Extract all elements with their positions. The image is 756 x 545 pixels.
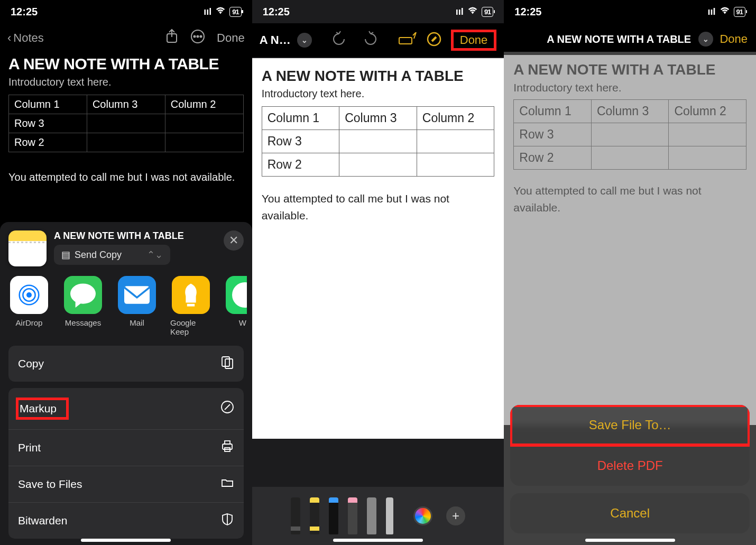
- app-label: Messages: [65, 318, 101, 327]
- nav-bar: A NEW NOTE WITH A TABLE ⌄ Done: [504, 23, 756, 55]
- share-apps-row[interactable]: AirDrop Messages Mail Google Keep: [5, 276, 247, 346]
- document-icon: ▤: [61, 249, 70, 261]
- signal-icon: ııl: [456, 6, 464, 17]
- table-row: Row 2: [262, 153, 494, 177]
- mail-icon: [118, 276, 156, 314]
- table-cell: Column 3: [87, 95, 165, 114]
- table-cell: [339, 130, 417, 153]
- home-indicator[interactable]: [333, 539, 423, 542]
- home-indicator[interactable]: [585, 539, 675, 542]
- more-icon[interactable]: [190, 29, 205, 47]
- action-label: Copy: [18, 357, 44, 370]
- markup-pen-icon[interactable]: [427, 32, 441, 49]
- table-cell: Column 1: [9, 95, 87, 114]
- action-label: Save to Files: [18, 478, 82, 491]
- redo-button[interactable]: [363, 31, 379, 50]
- battery-icon: 91: [482, 7, 493, 17]
- status-time: 12:25: [11, 6, 38, 18]
- back-button[interactable]: ‹ Notes: [7, 31, 44, 45]
- svg-rect-16: [225, 441, 230, 444]
- svg-rect-13: [225, 359, 233, 368]
- share-app-mail[interactable]: Mail: [116, 276, 158, 336]
- nav-bar: ‹ Notes Done: [0, 23, 252, 55]
- share-app-whatsapp[interactable]: Wh: [224, 276, 247, 336]
- close-icon: ✕: [229, 234, 238, 247]
- svg-point-4: [200, 36, 202, 38]
- chevron-down-icon[interactable]: ⌄: [297, 33, 312, 48]
- eraser-tool[interactable]: [348, 497, 357, 534]
- status-icons: ııl 91: [204, 6, 241, 18]
- share-app-keep[interactable]: Google Keep: [170, 276, 211, 336]
- cancel-label: Cancel: [610, 506, 650, 521]
- action-markup[interactable]: Markup: [8, 388, 244, 430]
- share-sheet: A NEW NOTE WITH A TABLE ▤ Send Copy ⌃⌄ ✕…: [0, 222, 252, 545]
- screen-2-markup: 12:25 ııl 91 A N… ⌄: [252, 0, 504, 545]
- table-row: Row 2: [9, 133, 244, 152]
- home-indicator[interactable]: [81, 539, 171, 542]
- done-button[interactable]: Done: [720, 32, 748, 46]
- svg-rect-12: [222, 357, 229, 366]
- action-label: Bitwarden: [18, 514, 67, 527]
- svg-rect-9: [124, 286, 150, 304]
- note-table: Column 1 Column 3 Column 2 Row 3 Row 2: [262, 106, 495, 177]
- airdrop-icon: [10, 276, 48, 314]
- add-button[interactable]: +: [446, 506, 465, 525]
- table-cell: Column 1: [262, 107, 339, 130]
- table-cell: Row 2: [262, 153, 339, 177]
- status-time: 12:25: [263, 6, 290, 18]
- note-title: A NEW NOTE WITH A TABLE: [262, 68, 495, 85]
- send-copy-selector[interactable]: ▤ Send Copy ⌃⌄: [54, 245, 170, 265]
- screen-1-share-sheet: 12:25 ııl 91 ‹ Notes Done A NEW NOTE WIT…: [0, 0, 252, 545]
- highlighter-tool[interactable]: [310, 497, 319, 534]
- lasso-tool[interactable]: [367, 497, 376, 534]
- action-bitwarden[interactable]: Bitwarden: [8, 503, 244, 539]
- markup-icon: [220, 400, 234, 417]
- color-picker[interactable]: [413, 506, 432, 525]
- pencil-tool[interactable]: [329, 497, 338, 534]
- share-actions-group-1: Copy: [8, 346, 244, 382]
- send-copy-label: Send Copy: [75, 250, 122, 261]
- status-bar: 12:25 ııl 91: [504, 0, 756, 23]
- markup-toolbar-icon[interactable]: [398, 32, 417, 48]
- save-file-to-button[interactable]: Save File To…: [510, 405, 750, 446]
- done-highlight: Done: [451, 30, 497, 51]
- done-button[interactable]: Done: [456, 31, 492, 49]
- undo-button[interactable]: [331, 31, 347, 50]
- action-copy[interactable]: Copy: [8, 346, 244, 382]
- table-cell: Column 3: [339, 107, 417, 130]
- save-file-label: Save File To…: [589, 418, 671, 432]
- plus-icon: +: [452, 509, 459, 523]
- done-button[interactable]: Done: [217, 31, 245, 45]
- table-row: Column 1 Column 3 Column 2: [262, 107, 494, 130]
- table-cell: Column 2: [165, 95, 243, 114]
- table-cell: [87, 114, 165, 133]
- pen-tool[interactable]: [291, 497, 300, 534]
- share-title: A NEW NOTE WITH A TABLE: [54, 230, 216, 242]
- cancel-button[interactable]: Cancel: [510, 493, 750, 533]
- back-label: Notes: [13, 31, 43, 45]
- chevron-down-icon[interactable]: ⌄: [698, 32, 713, 47]
- markup-nav: A N… ⌄ Done: [252, 23, 504, 57]
- table-row: Column 1 Column 3 Column 2: [9, 95, 244, 114]
- delete-pdf-button[interactable]: Delete PDF: [510, 446, 750, 486]
- table-cell: [417, 153, 494, 177]
- signal-icon: ııl: [708, 6, 716, 17]
- svg-point-3: [197, 36, 199, 38]
- note-intro: Introductory text here.: [262, 88, 495, 100]
- status-bar: 12:25 ııl 91: [0, 0, 252, 23]
- ruler-tool[interactable]: [386, 497, 393, 534]
- share-app-messages[interactable]: Messages: [62, 276, 104, 336]
- print-icon: [220, 439, 234, 456]
- chevron-left-icon: ‹: [7, 31, 11, 45]
- share-app-airdrop[interactable]: AirDrop: [8, 276, 50, 336]
- signal-icon: ııl: [204, 6, 211, 17]
- action-print[interactable]: Print: [8, 430, 244, 466]
- share-icon[interactable]: [165, 29, 179, 48]
- share-actions-group-2: Markup Print Save to Files Bitwarden: [8, 388, 244, 539]
- table-cell: [339, 153, 417, 177]
- close-button[interactable]: ✕: [224, 230, 244, 251]
- table-cell: Column 2: [417, 107, 494, 130]
- markup-canvas[interactable]: A NEW NOTE WITH A TABLE Introductory tex…: [252, 58, 504, 439]
- action-save-to-files[interactable]: Save to Files: [8, 466, 244, 503]
- table-cell: Row 2: [9, 133, 87, 152]
